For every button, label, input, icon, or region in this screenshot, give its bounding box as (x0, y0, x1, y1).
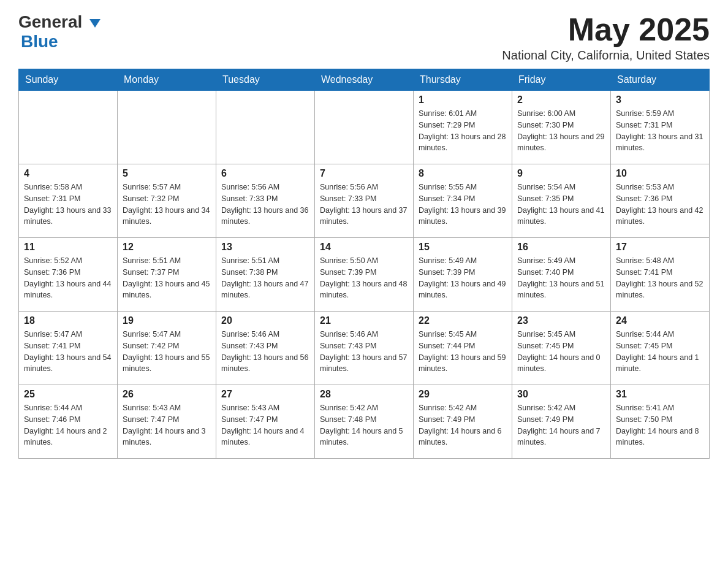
calendar-cell: 15Sunrise: 5:49 AMSunset: 7:39 PMDayligh… (414, 238, 512, 312)
calendar-header-row: SundayMondayTuesdayWednesdayThursdayFrid… (19, 69, 710, 91)
calendar-cell: 9Sunrise: 5:54 AMSunset: 7:35 PMDaylight… (512, 164, 611, 238)
day-number: 17 (616, 242, 704, 253)
calendar-cell: 7Sunrise: 5:56 AMSunset: 7:33 PMDaylight… (315, 164, 414, 238)
day-number: 23 (517, 315, 605, 326)
calendar-cell: 30Sunrise: 5:42 AMSunset: 7:49 PMDayligh… (512, 385, 611, 459)
col-header-thursday: Thursday (414, 69, 512, 91)
calendar-cell: 18Sunrise: 5:47 AMSunset: 7:41 PMDayligh… (19, 312, 118, 385)
calendar-cell (315, 91, 414, 164)
day-number: 28 (320, 389, 408, 400)
day-number: 27 (221, 389, 309, 400)
calendar-cell: 28Sunrise: 5:42 AMSunset: 7:48 PMDayligh… (315, 385, 414, 459)
day-number: 16 (517, 242, 605, 253)
col-header-tuesday: Tuesday (216, 69, 315, 91)
day-info: Sunrise: 6:01 AMSunset: 7:29 PMDaylight:… (419, 108, 507, 154)
calendar-cell: 13Sunrise: 5:51 AMSunset: 7:38 PMDayligh… (216, 238, 315, 312)
calendar-table: SundayMondayTuesdayWednesdayThursdayFrid… (18, 69, 710, 459)
month-title: May 2025 (502, 12, 710, 47)
day-number: 11 (24, 242, 112, 253)
calendar-cell (19, 91, 118, 164)
day-info: Sunrise: 5:44 AMSunset: 7:46 PMDaylight:… (24, 402, 112, 448)
day-number: 13 (221, 242, 309, 253)
day-info: Sunrise: 5:56 AMSunset: 7:33 PMDaylight:… (320, 182, 408, 228)
day-number: 31 (616, 389, 704, 400)
day-number: 20 (221, 315, 309, 326)
day-info: Sunrise: 5:49 AMSunset: 7:40 PMDaylight:… (517, 255, 605, 301)
calendar-cell: 16Sunrise: 5:49 AMSunset: 7:40 PMDayligh… (512, 238, 611, 312)
day-info: Sunrise: 5:43 AMSunset: 7:47 PMDaylight:… (221, 402, 309, 448)
day-info: Sunrise: 5:47 AMSunset: 7:41 PMDaylight:… (24, 329, 112, 375)
day-number: 25 (24, 389, 112, 400)
calendar-cell: 26Sunrise: 5:43 AMSunset: 7:47 PMDayligh… (118, 385, 216, 459)
logo-triangle-icon (88, 17, 102, 30)
day-number: 18 (24, 315, 112, 326)
day-info: Sunrise: 5:58 AMSunset: 7:31 PMDaylight:… (24, 182, 112, 228)
calendar-cell: 14Sunrise: 5:50 AMSunset: 7:39 PMDayligh… (315, 238, 414, 312)
day-info: Sunrise: 5:43 AMSunset: 7:47 PMDaylight:… (123, 402, 211, 448)
day-info: Sunrise: 5:47 AMSunset: 7:42 PMDaylight:… (123, 329, 211, 375)
calendar-cell: 27Sunrise: 5:43 AMSunset: 7:47 PMDayligh… (216, 385, 315, 459)
svg-marker-0 (89, 19, 100, 28)
calendar-cell: 19Sunrise: 5:47 AMSunset: 7:42 PMDayligh… (118, 312, 216, 385)
calendar-cell: 22Sunrise: 5:45 AMSunset: 7:44 PMDayligh… (414, 312, 512, 385)
day-info: Sunrise: 5:42 AMSunset: 7:48 PMDaylight:… (320, 402, 408, 448)
calendar-cell (216, 91, 315, 164)
day-number: 12 (123, 242, 211, 253)
day-info: Sunrise: 5:57 AMSunset: 7:32 PMDaylight:… (123, 182, 211, 228)
day-info: Sunrise: 5:51 AMSunset: 7:37 PMDaylight:… (123, 255, 211, 301)
calendar-cell (118, 91, 216, 164)
day-info: Sunrise: 5:48 AMSunset: 7:41 PMDaylight:… (616, 255, 704, 301)
col-header-monday: Monday (118, 69, 216, 91)
day-number: 14 (320, 242, 408, 253)
day-number: 15 (419, 242, 507, 253)
logo-text: General (18, 12, 102, 32)
day-info: Sunrise: 5:50 AMSunset: 7:39 PMDaylight:… (320, 255, 408, 301)
calendar-cell: 24Sunrise: 5:44 AMSunset: 7:45 PMDayligh… (611, 312, 710, 385)
day-number: 3 (616, 94, 704, 105)
day-info: Sunrise: 5:51 AMSunset: 7:38 PMDaylight:… (221, 255, 309, 301)
day-info: Sunrise: 5:55 AMSunset: 7:34 PMDaylight:… (419, 182, 507, 228)
calendar-cell: 23Sunrise: 5:45 AMSunset: 7:45 PMDayligh… (512, 312, 611, 385)
day-number: 19 (123, 315, 211, 326)
day-number: 10 (616, 168, 704, 179)
calendar-cell: 31Sunrise: 5:41 AMSunset: 7:50 PMDayligh… (611, 385, 710, 459)
logo-blue-text: Blue (21, 32, 58, 52)
day-info: Sunrise: 5:54 AMSunset: 7:35 PMDaylight:… (517, 182, 605, 228)
day-info: Sunrise: 5:42 AMSunset: 7:49 PMDaylight:… (517, 402, 605, 448)
calendar-cell: 8Sunrise: 5:55 AMSunset: 7:34 PMDaylight… (414, 164, 512, 238)
calendar-cell: 5Sunrise: 5:57 AMSunset: 7:32 PMDaylight… (118, 164, 216, 238)
day-number: 9 (517, 168, 605, 179)
calendar-cell: 4Sunrise: 5:58 AMSunset: 7:31 PMDaylight… (19, 164, 118, 238)
day-info: Sunrise: 5:44 AMSunset: 7:45 PMDaylight:… (616, 329, 704, 375)
day-number: 24 (616, 315, 704, 326)
calendar-cell: 10Sunrise: 5:53 AMSunset: 7:36 PMDayligh… (611, 164, 710, 238)
col-header-wednesday: Wednesday (315, 69, 414, 91)
day-info: Sunrise: 6:00 AMSunset: 7:30 PMDaylight:… (517, 108, 605, 154)
day-info: Sunrise: 5:53 AMSunset: 7:36 PMDaylight:… (616, 182, 704, 228)
day-info: Sunrise: 5:45 AMSunset: 7:45 PMDaylight:… (517, 329, 605, 375)
calendar-week-row: 11Sunrise: 5:52 AMSunset: 7:36 PMDayligh… (19, 238, 710, 312)
logo: General Blue (18, 12, 102, 52)
day-number: 30 (517, 389, 605, 400)
day-info: Sunrise: 5:42 AMSunset: 7:49 PMDaylight:… (419, 402, 507, 448)
day-info: Sunrise: 5:45 AMSunset: 7:44 PMDaylight:… (419, 329, 507, 375)
day-info: Sunrise: 5:49 AMSunset: 7:39 PMDaylight:… (419, 255, 507, 301)
col-header-friday: Friday (512, 69, 611, 91)
day-number: 22 (419, 315, 507, 326)
calendar-cell: 25Sunrise: 5:44 AMSunset: 7:46 PMDayligh… (19, 385, 118, 459)
calendar-cell: 2Sunrise: 6:00 AMSunset: 7:30 PMDaylight… (512, 91, 611, 164)
calendar-cell: 6Sunrise: 5:56 AMSunset: 7:33 PMDaylight… (216, 164, 315, 238)
day-info: Sunrise: 5:46 AMSunset: 7:43 PMDaylight:… (320, 329, 408, 375)
calendar-cell: 1Sunrise: 6:01 AMSunset: 7:29 PMDaylight… (414, 91, 512, 164)
calendar-cell: 17Sunrise: 5:48 AMSunset: 7:41 PMDayligh… (611, 238, 710, 312)
calendar-cell: 21Sunrise: 5:46 AMSunset: 7:43 PMDayligh… (315, 312, 414, 385)
day-number: 5 (123, 168, 211, 179)
day-info: Sunrise: 5:52 AMSunset: 7:36 PMDaylight:… (24, 255, 112, 301)
col-header-sunday: Sunday (19, 69, 118, 91)
day-number: 26 (123, 389, 211, 400)
calendar-cell: 29Sunrise: 5:42 AMSunset: 7:49 PMDayligh… (414, 385, 512, 459)
calendar-week-row: 25Sunrise: 5:44 AMSunset: 7:46 PMDayligh… (19, 385, 710, 459)
day-info: Sunrise: 5:46 AMSunset: 7:43 PMDaylight:… (221, 329, 309, 375)
title-area: May 2025 National City, California, Unit… (502, 12, 710, 63)
col-header-saturday: Saturday (611, 69, 710, 91)
